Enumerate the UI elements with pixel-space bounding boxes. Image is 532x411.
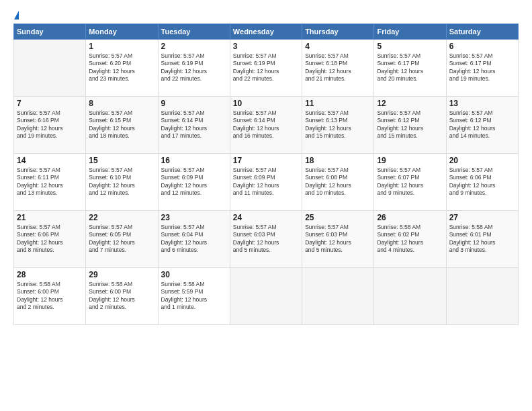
- calendar-cell: 16Sunrise: 5:57 AM Sunset: 6:09 PM Dayli…: [158, 154, 230, 211]
- day-info: Sunrise: 5:58 AM Sunset: 5:59 PM Dayligh…: [161, 281, 227, 312]
- calendar-cell: [446, 268, 518, 325]
- day-number: 26: [377, 213, 443, 222]
- day-number: 16: [161, 156, 227, 165]
- day-info: Sunrise: 5:57 AM Sunset: 6:14 PM Dayligh…: [233, 109, 299, 140]
- day-number: 18: [305, 156, 371, 165]
- day-number: 12: [377, 99, 443, 108]
- day-info: Sunrise: 5:57 AM Sunset: 6:20 PM Dayligh…: [89, 52, 154, 83]
- day-info: Sunrise: 5:58 AM Sunset: 6:00 PM Dayligh…: [17, 281, 83, 312]
- day-info: Sunrise: 5:57 AM Sunset: 6:08 PM Dayligh…: [305, 167, 371, 197]
- day-number: 13: [449, 99, 515, 108]
- calendar-week-row: 14Sunrise: 5:57 AM Sunset: 6:11 PM Dayli…: [14, 154, 519, 211]
- calendar-cell: [374, 268, 446, 325]
- day-number: 19: [377, 156, 443, 165]
- calendar-cell: 7Sunrise: 5:57 AM Sunset: 6:16 PM Daylig…: [14, 97, 86, 154]
- calendar-cell: 13Sunrise: 5:57 AM Sunset: 6:12 PM Dayli…: [446, 97, 518, 154]
- day-number: 10: [233, 99, 299, 108]
- calendar-cell: 26Sunrise: 5:58 AM Sunset: 6:02 PM Dayli…: [374, 211, 446, 268]
- day-info: Sunrise: 5:57 AM Sunset: 6:17 PM Dayligh…: [449, 52, 515, 83]
- calendar-cell: 24Sunrise: 5:57 AM Sunset: 6:03 PM Dayli…: [230, 211, 302, 268]
- calendar-cell: 15Sunrise: 5:57 AM Sunset: 6:10 PM Dayli…: [86, 154, 158, 211]
- day-info: Sunrise: 5:57 AM Sunset: 6:06 PM Dayligh…: [17, 224, 83, 255]
- day-info: Sunrise: 5:57 AM Sunset: 6:12 PM Dayligh…: [377, 109, 443, 140]
- day-number: 23: [161, 213, 227, 222]
- day-number: 29: [89, 270, 154, 279]
- day-number: 22: [89, 213, 154, 222]
- calendar-cell: 23Sunrise: 5:57 AM Sunset: 6:04 PM Dayli…: [158, 211, 230, 268]
- day-number: 15: [89, 156, 154, 165]
- day-info: Sunrise: 5:57 AM Sunset: 6:11 PM Dayligh…: [17, 167, 83, 197]
- day-info: Sunrise: 5:57 AM Sunset: 6:06 PM Dayligh…: [449, 167, 515, 197]
- calendar-cell: [230, 268, 302, 325]
- day-number: 4: [305, 42, 371, 51]
- day-header-sunday: Sunday: [14, 24, 86, 40]
- day-info: Sunrise: 5:57 AM Sunset: 6:17 PM Dayligh…: [377, 52, 443, 83]
- day-info: Sunrise: 5:58 AM Sunset: 6:02 PM Dayligh…: [377, 224, 443, 255]
- calendar-week-row: 7Sunrise: 5:57 AM Sunset: 6:16 PM Daylig…: [14, 97, 519, 154]
- calendar-cell: 27Sunrise: 5:58 AM Sunset: 6:01 PM Dayli…: [446, 211, 518, 268]
- day-info: Sunrise: 5:57 AM Sunset: 6:03 PM Dayligh…: [233, 224, 299, 255]
- day-header-friday: Friday: [374, 24, 446, 40]
- day-number: 20: [449, 156, 515, 165]
- day-number: 3: [233, 42, 299, 51]
- calendar-cell: 10Sunrise: 5:57 AM Sunset: 6:14 PM Dayli…: [230, 97, 302, 154]
- calendar-cell: 19Sunrise: 5:57 AM Sunset: 6:07 PM Dayli…: [374, 154, 446, 211]
- day-number: 14: [17, 156, 83, 165]
- day-number: 21: [17, 213, 83, 222]
- calendar-cell: 17Sunrise: 5:57 AM Sunset: 6:09 PM Dayli…: [230, 154, 302, 211]
- logo-triangle-icon: [14, 11, 19, 19]
- calendar-cell: 30Sunrise: 5:58 AM Sunset: 5:59 PM Dayli…: [158, 268, 230, 325]
- day-number: 9: [161, 99, 227, 108]
- calendar-cell: [14, 40, 86, 97]
- day-header-tuesday: Tuesday: [158, 24, 230, 40]
- calendar-cell: 22Sunrise: 5:57 AM Sunset: 6:05 PM Dayli…: [86, 211, 158, 268]
- day-info: Sunrise: 5:57 AM Sunset: 6:10 PM Dayligh…: [89, 167, 154, 197]
- calendar-cell: 18Sunrise: 5:57 AM Sunset: 6:08 PM Dayli…: [302, 154, 374, 211]
- day-info: Sunrise: 5:58 AM Sunset: 6:00 PM Dayligh…: [89, 281, 154, 312]
- calendar: SundayMondayTuesdayWednesdayThursdayFrid…: [13, 24, 519, 325]
- day-info: Sunrise: 5:57 AM Sunset: 6:04 PM Dayligh…: [161, 224, 227, 255]
- calendar-week-row: 1Sunrise: 5:57 AM Sunset: 6:20 PM Daylig…: [14, 40, 519, 97]
- calendar-cell: 12Sunrise: 5:57 AM Sunset: 6:12 PM Dayli…: [374, 97, 446, 154]
- day-info: Sunrise: 5:57 AM Sunset: 6:07 PM Dayligh…: [377, 167, 443, 197]
- day-number: 6: [449, 42, 515, 51]
- calendar-cell: 20Sunrise: 5:57 AM Sunset: 6:06 PM Dayli…: [446, 154, 518, 211]
- day-info: Sunrise: 5:57 AM Sunset: 6:03 PM Dayligh…: [305, 224, 371, 255]
- calendar-cell: 8Sunrise: 5:57 AM Sunset: 6:15 PM Daylig…: [86, 97, 158, 154]
- day-info: Sunrise: 5:57 AM Sunset: 6:19 PM Dayligh…: [161, 52, 227, 83]
- day-info: Sunrise: 5:57 AM Sunset: 6:18 PM Dayligh…: [305, 52, 371, 83]
- calendar-cell: 29Sunrise: 5:58 AM Sunset: 6:00 PM Dayli…: [86, 268, 158, 325]
- calendar-week-row: 21Sunrise: 5:57 AM Sunset: 6:06 PM Dayli…: [14, 211, 519, 268]
- day-info: Sunrise: 5:58 AM Sunset: 6:01 PM Dayligh…: [449, 224, 515, 255]
- day-number: 7: [17, 99, 83, 108]
- day-number: 5: [377, 42, 443, 51]
- day-number: 25: [305, 213, 371, 222]
- calendar-cell: 4Sunrise: 5:57 AM Sunset: 6:18 PM Daylig…: [302, 40, 374, 97]
- day-number: 8: [89, 99, 154, 108]
- day-info: Sunrise: 5:57 AM Sunset: 6:16 PM Dayligh…: [17, 109, 83, 140]
- day-info: Sunrise: 5:57 AM Sunset: 6:14 PM Dayligh…: [161, 109, 227, 140]
- day-number: 28: [17, 270, 83, 279]
- calendar-cell: [302, 268, 374, 325]
- calendar-cell: 25Sunrise: 5:57 AM Sunset: 6:03 PM Dayli…: [302, 211, 374, 268]
- day-number: 30: [161, 270, 227, 279]
- day-header-monday: Monday: [86, 24, 158, 40]
- calendar-cell: 9Sunrise: 5:57 AM Sunset: 6:14 PM Daylig…: [158, 97, 230, 154]
- page: SundayMondayTuesdayWednesdayThursdayFrid…: [0, 0, 532, 411]
- day-info: Sunrise: 5:57 AM Sunset: 6:12 PM Dayligh…: [449, 109, 515, 140]
- calendar-cell: 14Sunrise: 5:57 AM Sunset: 6:11 PM Dayli…: [14, 154, 86, 211]
- calendar-cell: 2Sunrise: 5:57 AM Sunset: 6:19 PM Daylig…: [158, 40, 230, 97]
- day-info: Sunrise: 5:57 AM Sunset: 6:09 PM Dayligh…: [161, 167, 227, 197]
- calendar-cell: 28Sunrise: 5:58 AM Sunset: 6:00 PM Dayli…: [14, 268, 86, 325]
- calendar-cell: 11Sunrise: 5:57 AM Sunset: 6:13 PM Dayli…: [302, 97, 374, 154]
- calendar-cell: 6Sunrise: 5:57 AM Sunset: 6:17 PM Daylig…: [446, 40, 518, 97]
- header: [13, 11, 519, 17]
- calendar-cell: 5Sunrise: 5:57 AM Sunset: 6:17 PM Daylig…: [374, 40, 446, 97]
- day-number: 24: [233, 213, 299, 222]
- day-number: 11: [305, 99, 371, 108]
- day-info: Sunrise: 5:57 AM Sunset: 6:15 PM Dayligh…: [89, 109, 154, 140]
- calendar-header-row: SundayMondayTuesdayWednesdayThursdayFrid…: [14, 24, 519, 40]
- calendar-cell: 21Sunrise: 5:57 AM Sunset: 6:06 PM Dayli…: [14, 211, 86, 268]
- day-header-thursday: Thursday: [302, 24, 374, 40]
- calendar-cell: 1Sunrise: 5:57 AM Sunset: 6:20 PM Daylig…: [86, 40, 158, 97]
